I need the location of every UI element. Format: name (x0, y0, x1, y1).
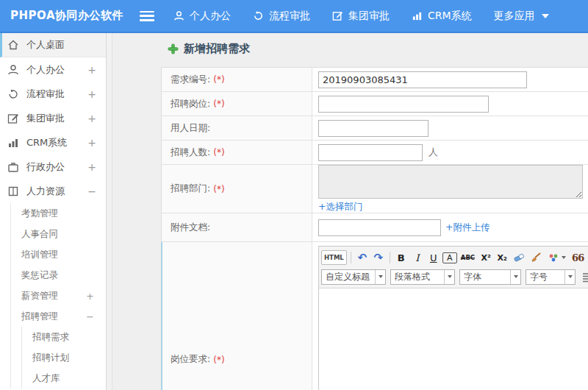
undo-icon[interactable]: ↶ (355, 250, 370, 265)
redo-icon[interactable]: ↷ (371, 250, 386, 265)
recruitment-position-input[interactable] (318, 96, 489, 113)
font-family-select[interactable]: 字体 (459, 269, 521, 285)
form-row-employment-date: 用人日期: (162, 116, 588, 141)
sidebar-item-label: CRM系统 (26, 136, 67, 149)
select-department-link[interactable]: +选择部门 (318, 201, 588, 213)
form-row-recruitment-position: 招聘岗位: (*) (162, 92, 588, 116)
sidebar-item-admin-office[interactable]: 行政办公 + (0, 155, 106, 179)
collapse-minus-icon[interactable]: − (87, 185, 96, 197)
bold-button[interactable]: B (394, 250, 409, 265)
sidebar-item-personal-desktop[interactable]: 个人桌面 (0, 33, 106, 57)
required-marker: (*) (213, 74, 224, 85)
caret-down-icon (564, 270, 575, 284)
font-style-button[interactable]: A (442, 252, 457, 263)
topnav-crm-system[interactable]: CRM系统 (412, 10, 472, 23)
sidebar-item-reward-punishment-records[interactable]: 奖惩记录 (11, 265, 106, 286)
hamburger-menu-icon[interactable] (140, 11, 154, 21)
caret-down-icon (542, 14, 549, 18)
sidebar-item-label: 流程审批 (26, 88, 65, 101)
home-icon (7, 39, 20, 52)
sidebar-item-recruitment-management[interactable]: 招聘管理 − (11, 306, 106, 327)
sidebar-item-label: 人力资源 (26, 185, 65, 198)
sidebar-item-personal-office[interactable]: 个人办公 + (0, 57, 106, 82)
sidebar: 个人桌面 个人办公 + 流程审批 + 集团审批 + CRM系统 + 行政办公 +… (0, 33, 107, 390)
sidebar-item-group-approval[interactable]: 集团审批 + (0, 106, 106, 130)
rich-text-editor: HTML ↶ ↷ B I U A ABC X² X₂ (318, 246, 588, 390)
page-title-text: 新增招聘需求 (184, 42, 250, 56)
editor-toolbar-row1: HTML ↶ ↷ B I U A ABC X² X₂ (321, 248, 588, 267)
format-brush-icon[interactable] (528, 250, 545, 265)
strikethrough-button[interactable]: ABC (459, 250, 477, 265)
collapse-minus-icon[interactable]: − (86, 311, 94, 322)
book-icon (7, 185, 20, 197)
attachment-upload-link[interactable]: +附件上传 (445, 221, 490, 234)
toolbar-separator (390, 252, 390, 263)
font-size-select[interactable]: 字号 (526, 269, 576, 285)
required-marker: (*) (213, 355, 224, 365)
expand-plus-icon[interactable]: + (87, 137, 96, 149)
expand-plus-icon[interactable]: + (87, 64, 96, 76)
form-row-recruitment-department: 招聘部门: (*) +选择部门 (162, 165, 588, 213)
top-navigation: 个人办公 流程审批 集团审批 CRM系统 更多应用 (173, 10, 571, 23)
topnav-workflow-approval[interactable]: 流程审批 (253, 10, 310, 23)
sidebar-item-salary-management[interactable]: 薪资管理 + (11, 286, 106, 306)
expand-plus-icon[interactable]: + (87, 113, 96, 124)
chart-icon (7, 136, 20, 149)
sidebar-item-recruitment-requirements[interactable]: 招聘需求 (22, 327, 106, 347)
expand-plus-icon[interactable]: + (87, 88, 96, 100)
sidebar-item-workflow-approval[interactable]: 流程审批 + (0, 82, 106, 106)
app-logo: PHPOA协同办公软件 (0, 9, 140, 23)
field-label: 招聘部门: (*) (162, 165, 312, 213)
topnav-personal-office[interactable]: 个人办公 (173, 10, 231, 23)
sidebar-scrollbar[interactable] (107, 33, 112, 390)
form-row-headcount: 招聘人数: (*) 人 (162, 141, 588, 165)
subscript-button[interactable]: X₂ (495, 250, 509, 265)
italic-button[interactable]: I (410, 250, 425, 265)
expand-plus-icon[interactable]: + (86, 291, 94, 302)
underline-button[interactable]: U (426, 250, 441, 265)
field-label: 需求编号: (*) (162, 68, 312, 91)
history-icon (7, 88, 20, 100)
expand-plus-icon[interactable]: + (87, 161, 96, 173)
sidebar-item-crm-system[interactable]: CRM系统 + (0, 130, 106, 155)
sidebar-item-personnel-contract[interactable]: 人事合同 (11, 224, 106, 244)
form-row-position-requirements: 岗位要求: (*) HTML ↶ ↷ B I U (162, 242, 588, 390)
caret-down-icon (562, 256, 566, 259)
recruitment-requirement-form: 需求编号: (*) 招聘岗位: (*) 用人日期: (161, 67, 588, 390)
topnav-label: CRM系统 (428, 10, 472, 23)
sidebar-item-label: 个人办公 (26, 63, 65, 77)
editor-toolbar: HTML ↶ ↷ B I U A ABC X² X₂ (319, 247, 588, 288)
headcount-input[interactable] (318, 144, 423, 161)
sidebar-item-attendance-management[interactable]: 考勤管理 (11, 203, 106, 224)
hr-submenu: 考勤管理 人事合同 培训管理 奖惩记录 薪资管理 + 招聘管理 − 招聘需求 招… (10, 203, 106, 389)
unit-suffix: 人 (429, 146, 438, 159)
color-palette-icon[interactable] (546, 250, 568, 265)
superscript-button[interactable]: X² (478, 250, 493, 265)
employment-date-input[interactable] (318, 120, 429, 137)
topnav-more-apps[interactable]: 更多应用 (494, 10, 549, 23)
topnav-group-approval[interactable]: 集团审批 (332, 10, 390, 23)
sidebar-item-training-management[interactable]: 培训管理 (11, 244, 106, 265)
field-label: 用人日期: (162, 116, 312, 140)
required-marker: (*) (213, 147, 224, 157)
eraser-icon[interactable] (511, 250, 527, 265)
paragraph-format-select[interactable]: 段落格式 (390, 269, 455, 285)
editor-content-area[interactable] (319, 288, 588, 390)
add-plus-icon (168, 43, 179, 54)
align-left-icon[interactable] (580, 269, 588, 284)
source-code-button[interactable]: HTML (321, 250, 347, 265)
blockquote-button[interactable]: 66 (570, 250, 586, 265)
sidebar-item-human-resources[interactable]: 人力资源 − (0, 179, 106, 203)
history-icon (253, 10, 264, 21)
attachment-input[interactable] (318, 219, 441, 236)
sidebar-item-talent-pool[interactable]: 人才库 (22, 368, 106, 389)
custom-heading-select[interactable]: 自定义标题 (321, 269, 386, 285)
topnav-label: 个人办公 (190, 10, 231, 23)
sidebar-item-label: 集团审批 (26, 112, 65, 125)
sidebar-item-recruitment-plan[interactable]: 招聘计划 (22, 347, 106, 368)
editor-toolbar-row2: 自定义标题 段落格式 字体 (321, 267, 588, 286)
request-number-input[interactable] (318, 71, 527, 88)
field-label: 附件文档: (162, 213, 312, 241)
recruitment-department-textarea[interactable] (318, 165, 583, 199)
caret-down-icon (510, 270, 520, 284)
